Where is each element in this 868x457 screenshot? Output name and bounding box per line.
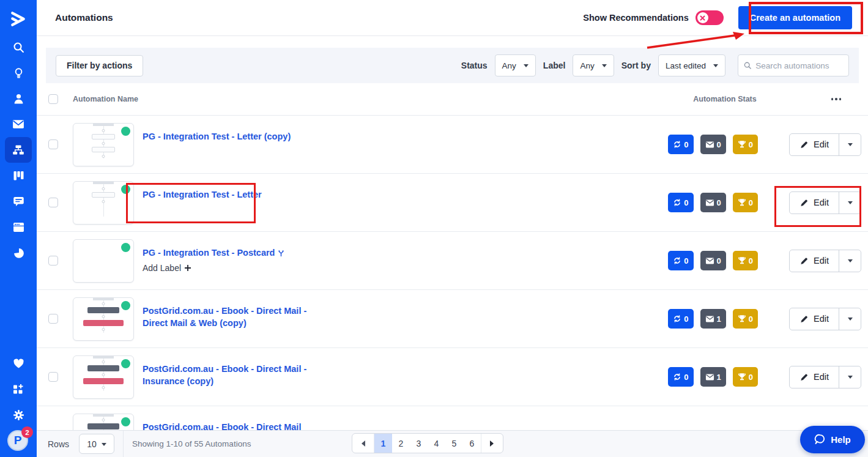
help-button[interactable]: Help (800, 426, 865, 453)
search-automations-input[interactable] (755, 61, 843, 70)
contacts-stat-badge[interactable]: 0 (668, 367, 693, 387)
row-checkbox[interactable] (48, 372, 58, 382)
row-checkbox[interactable] (48, 256, 58, 266)
emails-stat-badge[interactable]: 1 (700, 309, 726, 329)
edit-dropdown-caret[interactable] (839, 250, 861, 272)
page-button-2[interactable]: 2 (392, 434, 410, 453)
chevron-down-icon (848, 259, 853, 265)
automation-name-link[interactable]: PG - Integration Test - Postcard (143, 248, 275, 258)
automation-thumbnail[interactable] (73, 355, 134, 399)
automation-stats-header: Automation Stats (664, 95, 786, 103)
pencil-icon (799, 373, 808, 381)
show-recommendations-toggle[interactable] (696, 10, 724, 25)
page-button-3[interactable]: 3 (410, 434, 428, 453)
rows-per-page-dropdown[interactable]: 10 (79, 434, 114, 454)
active-status-dot (121, 359, 130, 368)
active-status-dot (121, 127, 130, 136)
emails-stat-badge[interactable]: 0 (700, 135, 726, 154)
automation-name-link[interactable]: PostGrid.com.au - Ebook - Direct Mail - … (143, 306, 306, 328)
edit-button[interactable]: Edit (790, 134, 839, 155)
goals-stat-badge[interactable]: 0 (733, 135, 758, 154)
envelope-icon (705, 141, 714, 149)
page-button-1[interactable]: 1 (374, 434, 392, 453)
filter-by-actions-button[interactable]: Filter by actions (56, 55, 143, 76)
automation-name-cell: PG - Integration Test - Letter (copy) (143, 116, 309, 143)
automations-icon (12, 144, 24, 156)
goals-stat-badge[interactable]: 0 (733, 251, 758, 270)
edit-button[interactable]: Edit (790, 366, 839, 388)
table-row: PostGrid.com.au - Ebook - Direct Mail - … (37, 290, 868, 348)
next-page-button[interactable] (481, 434, 503, 453)
contacts-stat-badge[interactable]: 0 (668, 193, 693, 212)
automation-thumbnail[interactable] (73, 297, 134, 341)
user-menu[interactable]: P 2 (7, 430, 29, 452)
page-button-4[interactable]: 4 (428, 434, 445, 453)
sidebar-item-reports[interactable] (5, 240, 32, 266)
activecampaign-logo[interactable] (9, 9, 28, 29)
contacts-stat-badge[interactable]: 0 (668, 251, 693, 270)
chevron-left-icon (358, 440, 365, 447)
edit-button-group: Edit (789, 133, 861, 156)
chevron-down-icon (848, 376, 853, 381)
edit-dropdown-caret[interactable] (839, 134, 861, 155)
automation-name-cell: PostGrid.com.au - Ebook - Direct Mail - … (143, 348, 309, 387)
sidebar-item-conversations[interactable] (5, 188, 32, 214)
contacts-stat-badge[interactable]: 0 (668, 135, 693, 154)
trophy-icon (738, 256, 746, 265)
trophy-icon (738, 140, 746, 149)
emails-stat-badge[interactable]: 0 (700, 193, 726, 212)
goals-stat-badge[interactable]: 0 (733, 309, 758, 329)
sort-dropdown[interactable]: Last edited (658, 54, 725, 76)
sidebar-item-campaigns[interactable] (5, 111, 32, 137)
row-checkbox[interactable] (48, 314, 58, 324)
sidebar-item-contacts[interactable] (5, 86, 32, 111)
page-button-5[interactable]: 5 (445, 434, 463, 453)
sidebar-item-deals[interactable] (5, 163, 32, 188)
automations-table: PG - Integration Test - Letter (copy) 0 … (37, 116, 868, 457)
create-automation-button[interactable]: Create an automation (738, 6, 852, 29)
main-content: Automations Show Recommendations Create … (37, 0, 868, 457)
edit-dropdown-caret[interactable] (839, 366, 861, 388)
label-dropdown[interactable]: Any (573, 54, 614, 76)
chevron-down-icon (102, 443, 106, 448)
sidebar-item-settings[interactable] (5, 402, 32, 428)
more-options-icon[interactable] (829, 95, 844, 103)
search-box[interactable] (738, 54, 849, 76)
edit-button[interactable]: Edit (790, 250, 839, 272)
contacts-stat-badge[interactable]: 0 (668, 309, 693, 329)
automation-name-link[interactable]: PostGrid.com.au - Ebook - Direct Mail - … (143, 364, 306, 386)
page-button-6[interactable]: 6 (463, 434, 481, 453)
automation-thumbnail[interactable] (73, 123, 134, 166)
active-status-dot (121, 243, 130, 252)
add-label-button[interactable]: Add Label (143, 263, 191, 273)
automation-name-link[interactable]: PG - Integration Test - Letter (copy) (143, 132, 291, 141)
row-checkbox[interactable] (48, 198, 58, 207)
edit-dropdown-caret[interactable] (839, 308, 861, 330)
page-header: Automations Show Recommendations Create … (37, 0, 868, 36)
automation-thumbnail[interactable] (73, 239, 134, 283)
sidebar-item-automations[interactable] (5, 137, 32, 163)
sort-by-label: Sort by (621, 61, 651, 70)
sidebar-item-ideas[interactable] (5, 60, 32, 86)
emails-stat-badge[interactable]: 0 (700, 251, 726, 270)
goals-stat-badge[interactable]: 0 (733, 193, 758, 212)
status-dropdown[interactable]: Any (495, 54, 536, 76)
edit-button[interactable]: Edit (790, 192, 839, 214)
sidebar-item-apps[interactable] (5, 376, 32, 402)
edit-button[interactable]: Edit (790, 308, 839, 330)
sidebar-item-favorites[interactable] (5, 351, 32, 376)
plus-icon (184, 264, 191, 272)
chat-help-icon (814, 434, 826, 445)
previous-page-button[interactable] (352, 434, 374, 453)
automation-name-link[interactable]: PG - Integration Test - Letter (143, 190, 262, 199)
edit-dropdown-caret[interactable] (839, 192, 861, 214)
label-label: Label (543, 61, 566, 70)
automation-thumbnail[interactable] (73, 181, 134, 225)
sidebar-item-search[interactable] (5, 34, 32, 60)
row-checkbox[interactable] (48, 139, 58, 149)
sidebar-item-forms[interactable] (5, 214, 32, 240)
emails-stat-badge[interactable]: 1 (700, 367, 726, 387)
goals-stat-badge[interactable]: 0 (733, 367, 758, 387)
select-all-checkbox[interactable] (48, 94, 58, 104)
sidebar: P 2 (0, 0, 37, 457)
